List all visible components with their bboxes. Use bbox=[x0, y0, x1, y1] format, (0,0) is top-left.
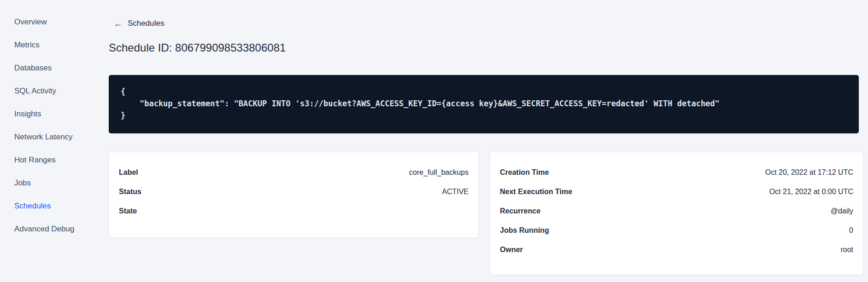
schedule-attributes-card: Label core_full_backups Status ACTIVE St… bbox=[109, 152, 479, 238]
sidebar-item-sql-activity[interactable]: SQL Activity bbox=[0, 80, 90, 103]
detail-row-jobs-running: Jobs Running 0 bbox=[500, 221, 853, 240]
detail-row-next-execution-time: Next Execution Time Oct 21, 2022 at 0:00… bbox=[500, 182, 853, 201]
detail-row-status: Status ACTIVE bbox=[119, 182, 469, 201]
detail-value: ACTIVE bbox=[442, 188, 469, 196]
back-to-schedules-link[interactable]: ← Schedules bbox=[114, 19, 164, 28]
code-line-backup-statement: "backup_statement": "BACKUP INTO 's3://b… bbox=[121, 98, 847, 109]
detail-value: core_full_backups bbox=[409, 168, 469, 177]
sidebar-item-network-latency[interactable]: Network Latency bbox=[0, 126, 90, 149]
detail-label: Status bbox=[119, 188, 141, 196]
sidebar-item-jobs[interactable]: Jobs bbox=[0, 172, 90, 195]
detail-row-owner: Owner root bbox=[500, 240, 853, 259]
detail-value: root bbox=[840, 246, 853, 254]
sidebar-item-advanced-debug[interactable]: Advanced Debug bbox=[0, 218, 90, 241]
sidebar-item-insights[interactable]: Insights bbox=[0, 103, 90, 126]
sidebar-item-overview[interactable]: Overview bbox=[0, 11, 90, 34]
detail-value: Oct 20, 2022 at 17:12 UTC bbox=[765, 168, 853, 177]
detail-label: Recurrence bbox=[500, 207, 540, 215]
detail-label: Creation Time bbox=[500, 168, 549, 177]
code-line-close-brace: } bbox=[121, 109, 847, 121]
detail-row-state: State bbox=[119, 201, 469, 221]
detail-label: State bbox=[119, 207, 137, 215]
schedule-statement-code-block: { "backup_statement": "BACKUP INTO 's3:/… bbox=[109, 75, 859, 133]
sidebar-item-metrics[interactable]: Metrics bbox=[0, 34, 90, 57]
code-line-open-brace: { bbox=[121, 86, 847, 98]
back-link-label: Schedules bbox=[128, 19, 164, 28]
detail-row-creation-time: Creation Time Oct 20, 2022 at 17:12 UTC bbox=[500, 163, 853, 182]
detail-label: Owner bbox=[500, 246, 523, 254]
sidebar: Overview Metrics Databases SQL Activity … bbox=[0, 0, 90, 282]
detail-label: Next Execution Time bbox=[500, 188, 572, 196]
sidebar-item-hot-ranges[interactable]: Hot Ranges bbox=[0, 149, 90, 172]
detail-row-recurrence: Recurrence @daily bbox=[500, 201, 853, 221]
detail-value: @daily bbox=[831, 207, 853, 215]
page-title: Schedule ID: 806799098533806081 bbox=[109, 41, 286, 54]
sidebar-item-databases[interactable]: Databases bbox=[0, 57, 90, 80]
detail-row-label: Label core_full_backups bbox=[119, 163, 469, 182]
detail-value: 0 bbox=[849, 226, 853, 235]
detail-label: Label bbox=[119, 168, 138, 177]
sidebar-item-schedules[interactable]: Schedules bbox=[0, 195, 90, 218]
detail-label: Jobs Running bbox=[500, 226, 549, 235]
schedule-execution-card: Creation Time Oct 20, 2022 at 17:12 UTC … bbox=[490, 152, 863, 275]
back-arrow-icon: ← bbox=[114, 19, 123, 28]
detail-value: Oct 21, 2022 at 0:00 UTC bbox=[769, 188, 853, 196]
